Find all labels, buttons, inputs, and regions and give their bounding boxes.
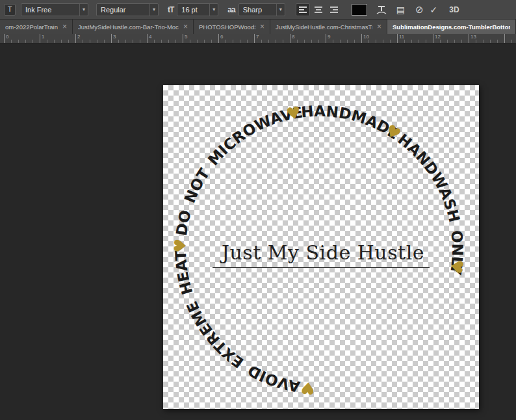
font-size-icon: tT — [168, 5, 174, 14]
align-center-button[interactable] — [311, 3, 326, 16]
ruler-number: 6 — [220, 34, 256, 40]
ruler-numbers: 012345678910111213 — [0, 34, 516, 43]
ruler-number: 7 — [256, 34, 292, 40]
commit-check-icon: ✓ — [430, 5, 438, 15]
ruler-number: 12 — [435, 34, 471, 40]
tab-label: om-2022PolarTrain.psd — [5, 23, 58, 31]
document-canvas[interactable]: ♥ AVOID EXTREME HEAT ♥ DO NOT MICROWAVE … — [163, 85, 479, 409]
chevron-down-icon: ▾ — [276, 4, 285, 16]
ring-text-avoid-extreme-heat: AVOID EXTREME HEAT — [172, 250, 302, 395]
font-style-value: Regular — [97, 6, 149, 14]
ruler-number: 9 — [328, 34, 363, 40]
chevron-down-icon: ▾ — [79, 4, 88, 16]
align-left-button[interactable] — [296, 3, 310, 16]
heart-icon: ♥ — [171, 238, 190, 253]
align-left-icon — [298, 5, 308, 14]
align-center-icon — [313, 5, 324, 14]
font-style-select[interactable]: Regular ▾ — [96, 3, 159, 16]
antialias-icon: aa — [227, 5, 235, 14]
heart-icon: ♥ — [300, 378, 316, 398]
tab-tumbler-bottom[interactable]: SublimationDesigns.com-TumblerBottom-add… — [387, 20, 516, 34]
tab-label: PHOTOSHOPWoodSlice.psd — [199, 23, 255, 31]
center-text[interactable]: Just My Side Hustle — [213, 241, 430, 268]
close-tab-icon[interactable]: × — [183, 23, 188, 31]
ruler-number: 4 — [149, 34, 185, 40]
tab-polar-train[interactable]: om-2022PolarTrain.psd × — [0, 20, 73, 34]
commit-edits-button[interactable]: ✓ — [430, 5, 438, 15]
chevron-down-icon: ▾ — [209, 4, 218, 16]
horizontal-ruler[interactable]: 012345678910111213 — [0, 34, 516, 44]
font-family-value: Ink Free — [21, 6, 79, 14]
ruler-number: 11 — [399, 34, 435, 40]
ruler-number: 3 — [113, 34, 149, 40]
antialias-select[interactable]: Sharp ▾ — [239, 3, 285, 16]
ruler-number: 1 — [42, 34, 77, 40]
ruler-number: 8 — [292, 34, 328, 40]
tool-preset-icon[interactable]: T — [4, 4, 16, 16]
ruler-number: 13 — [471, 34, 506, 40]
font-size-select[interactable]: 16 pt ▾ — [177, 3, 218, 16]
text-color-swatch[interactable] — [352, 4, 367, 16]
ruler-number: 0 — [6, 34, 42, 40]
tab-label: SublimationDesigns.com-TumblerBottom-add… — [393, 23, 510, 31]
tab-label: JustMySideHustle.com-Bar-Trio-Mockup.psd — [78, 23, 179, 31]
pasteboard: ♥ AVOID EXTREME HEAT ♥ DO NOT MICROWAVE … — [0, 44, 516, 420]
chevron-down-icon: ▾ — [149, 4, 158, 16]
cancel-edits-button[interactable]: ⊘ — [415, 4, 424, 16]
close-tab-icon[interactable]: × — [62, 23, 67, 31]
font-size-value: 16 pt — [177, 6, 209, 14]
close-tab-icon[interactable]: × — [377, 23, 381, 31]
tab-bar-trio-mockup[interactable]: JustMySideHustle.com-Bar-Trio-Mockup.psd… — [73, 20, 194, 34]
warp-text-icon — [376, 5, 387, 15]
warp-text-button[interactable] — [376, 5, 387, 15]
font-family-select[interactable]: Ink Free ▾ — [21, 3, 88, 16]
photoshop-window: T Ink Free ▾ Regular ▾ tT 16 pt ▾ aa Sha… — [0, 0, 516, 420]
heart-icon: ♥ — [446, 258, 467, 275]
ring-text-do-not-microwave: DO NOT MICROWAVE — [173, 104, 304, 237]
antialias-value: Sharp — [239, 6, 276, 14]
toggle-panels-button[interactable]: ▤ — [396, 5, 405, 15]
tab-woodslice[interactable]: PHOTOSHOPWoodSlice.psd × — [194, 20, 270, 34]
3d-button[interactable]: 3D — [449, 5, 459, 14]
close-tab-icon[interactable]: × — [260, 23, 264, 31]
cancel-icon: ⊘ — [415, 4, 424, 16]
ruler-number: 5 — [185, 34, 220, 40]
document-tab-bar: om-2022PolarTrain.psd × JustMySideHustle… — [0, 20, 516, 34]
ruler-number: 10 — [363, 34, 399, 40]
tab-christmas-tree[interactable]: JustMySideHustle.com-ChristmasTree.psd × — [270, 20, 387, 34]
panels-icon: ▤ — [396, 5, 405, 15]
type-options-bar: T Ink Free ▾ Regular ▾ tT 16 pt ▾ aa Sha… — [0, 0, 516, 20]
ruler-number: 2 — [77, 34, 113, 40]
align-right-button[interactable] — [327, 3, 341, 16]
align-right-icon — [329, 5, 339, 14]
tab-label: JustMySideHustle.com-ChristmasTree.psd — [276, 23, 372, 31]
